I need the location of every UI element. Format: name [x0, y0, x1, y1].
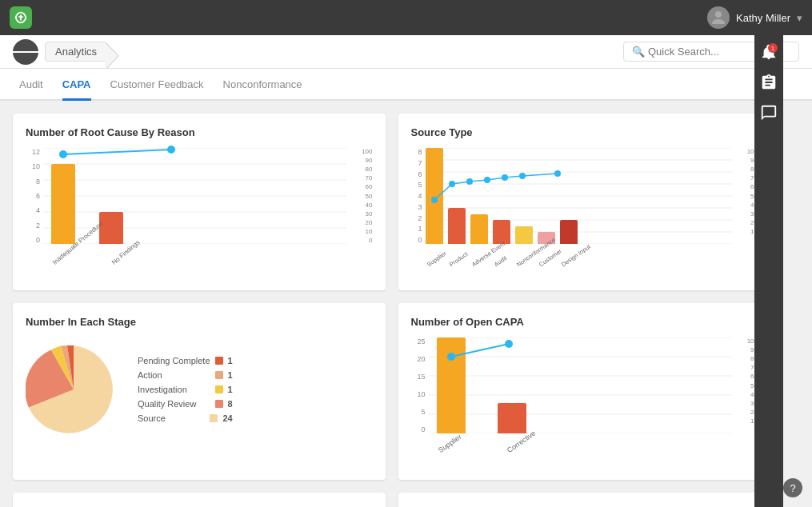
- svg-point-21: [466, 178, 473, 185]
- y-axis-left: 024681012: [26, 148, 40, 244]
- user-name: Kathy Miller: [736, 12, 790, 24]
- root-cause-card: Number of Root Cause By Reason 024681012…: [13, 114, 386, 290]
- pie-svg: [26, 341, 122, 437]
- y-axis-left-oc: 0510152025: [411, 337, 426, 433]
- help-button[interactable]: ?: [783, 478, 802, 497]
- topbar: Kathy Miller ▾: [0, 0, 812, 35]
- search-icon: 🔍: [632, 46, 645, 58]
- source-type-title: Source Type: [411, 126, 758, 138]
- label-0: Inadequate Procedure: [51, 246, 74, 266]
- chart-area-st: Supplier Product Adverse Event Audit Non…: [426, 148, 733, 244]
- app-logo: [10, 6, 32, 29]
- svg-point-24: [519, 173, 526, 179]
- stage-chart: Pending Complete 1 Action 1 Investigatio…: [26, 337, 373, 441]
- svg-point-22: [484, 177, 490, 183]
- svg-point-33: [505, 340, 513, 348]
- main-content: Number of Root Cause By Reason 024681012…: [0, 101, 812, 493]
- x-labels-oc: Supplier Corrective: [437, 448, 534, 456]
- svg-point-20: [449, 181, 455, 187]
- legend-item-source: Source 24: [138, 413, 233, 423]
- avg-time-with-verification-card: Average Complete Time (with verification…: [13, 493, 386, 507]
- source-type-chart: 012345678 0102030405060708090100: [411, 148, 758, 268]
- y-axis-left-st: 012345678: [411, 148, 422, 244]
- topbar-left: [10, 6, 32, 29]
- avatar: [707, 6, 730, 29]
- tab-nonconformance[interactable]: Nonconformance: [223, 72, 302, 101]
- svg-point-32: [447, 353, 455, 361]
- pie-container: [26, 341, 122, 437]
- legend-item-pending: Pending Complete 1: [138, 356, 233, 365]
- svg-point-25: [554, 170, 561, 177]
- stage-title: Number In Each Stage: [26, 316, 373, 328]
- bottom-row: Average Complete Time (with verification…: [0, 493, 812, 507]
- x-labels: Inadequate Procedure No Findings: [51, 257, 134, 268]
- legend-color-investigation: [215, 385, 223, 393]
- legend-color-pending: [215, 357, 223, 365]
- open-capa-title: Number of Open CAPA: [411, 316, 758, 328]
- legend-item-action: Action 1: [138, 370, 233, 380]
- breadcrumb-bar: Analytics 🔍 1: [0, 35, 812, 69]
- root-cause-chart: 024681012 0102030405060708090100: [26, 148, 373, 268]
- source-type-card: Source Type 012345678 010203040506070809…: [398, 114, 771, 290]
- tab-capa[interactable]: CAPA: [62, 72, 91, 101]
- legend-color-action: [215, 371, 223, 379]
- y-axis-right: 0102030405060708090100: [350, 148, 373, 244]
- tab-bar: Audit CAPA Customer Feedback Nonconforma…: [0, 69, 812, 101]
- svg-point-8: [59, 150, 67, 158]
- line-svg-st: [426, 148, 733, 244]
- notification-badge: 1: [768, 43, 778, 53]
- legend-color-source: [210, 414, 218, 422]
- user-menu[interactable]: Kathy Miller ▾: [707, 6, 802, 29]
- svg-point-9: [167, 146, 175, 154]
- clipboard-button[interactable]: [760, 74, 778, 94]
- svg-point-23: [502, 174, 508, 181]
- user-menu-chevron: ▾: [797, 12, 802, 24]
- open-capa-chart: 0510152025 0102030405060708090100: [411, 337, 758, 457]
- tab-audit[interactable]: Audit: [19, 72, 43, 101]
- breadcrumb: Analytics: [45, 42, 107, 62]
- svg-point-19: [431, 197, 438, 203]
- root-cause-title: Number of Root Cause By Reason: [26, 126, 373, 138]
- breadcrumb-path-label: Analytics: [55, 46, 97, 58]
- legend-item-investigation: Investigation 1: [138, 385, 233, 394]
- chart-area: Inadequate Procedure No Findings: [43, 148, 347, 244]
- tab-customer-feedback[interactable]: Customer Feedback: [110, 72, 204, 101]
- legend: Pending Complete 1 Action 1 Investigatio…: [138, 356, 233, 423]
- chart-area-oc: Supplier Corrective: [429, 337, 733, 433]
- notification-button[interactable]: 1: [760, 43, 778, 64]
- topbar-right: Kathy Miller ▾: [707, 6, 802, 29]
- line-svg-oc: [429, 337, 733, 433]
- legend-item-quality: Quality Review 8: [138, 399, 233, 409]
- legend-color-quality: [215, 400, 223, 408]
- x-labels-st: Supplier Product Adverse Event Audit Non…: [426, 262, 578, 269]
- svg-point-0: [715, 11, 722, 18]
- label-1: No Findings: [110, 246, 134, 266]
- stage-card: Number In Each Stage: [13, 303, 386, 480]
- right-sidebar: 1: [754, 35, 783, 507]
- avg-time-without-verification-card: Average Complete Time (without verificat…: [398, 493, 771, 507]
- open-capa-card: Number of Open CAPA 0510152025 010203040…: [398, 303, 771, 480]
- chat-button[interactable]: [760, 104, 778, 125]
- menu-button[interactable]: [13, 39, 38, 65]
